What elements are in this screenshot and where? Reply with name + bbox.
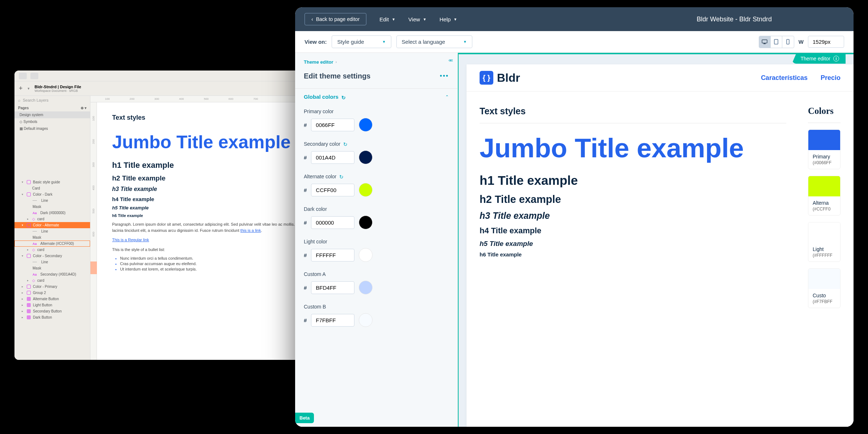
layer-item[interactable]: ▾Color - Alternate bbox=[14, 222, 90, 228]
viewon-label: View on: bbox=[305, 39, 327, 45]
chevron-right-icon: › bbox=[336, 60, 337, 64]
viewport-desktop-button[interactable] bbox=[759, 36, 771, 48]
color-swatch[interactable] bbox=[359, 150, 373, 164]
search-layers[interactable]: ⌕Search Layers bbox=[14, 96, 90, 105]
hash-label: # bbox=[304, 154, 307, 161]
color-swatch[interactable] bbox=[359, 313, 373, 327]
language-dropdown[interactable]: Select a language▼ bbox=[396, 35, 472, 48]
layer-item[interactable]: Mask bbox=[14, 234, 90, 241]
page-item[interactable]: ◇ Symbols bbox=[14, 118, 90, 125]
breadcrumb[interactable]: Theme editor› bbox=[295, 53, 458, 68]
site-logo[interactable]: { } Bldr bbox=[480, 71, 520, 85]
list-item: Cras pulvinar accumsan augue eu eleifend… bbox=[120, 261, 318, 266]
color-hex-input[interactable] bbox=[311, 314, 354, 327]
preview-colors-title: Colors bbox=[808, 106, 841, 116]
layer-item[interactable]: ▾Color - Secondary bbox=[14, 253, 90, 259]
website-preview: { } Bldr CaracterísticasPrecio Text styl… bbox=[467, 64, 854, 427]
layer-item[interactable]: ▸Group 2 bbox=[14, 290, 90, 296]
beta-badge: Beta bbox=[295, 413, 314, 423]
nav-link[interactable]: Precio bbox=[821, 74, 841, 82]
sync-icon bbox=[343, 141, 348, 146]
layer-item[interactable]: ▸Color - Primary bbox=[14, 284, 90, 290]
layer-item[interactable]: ▸◇card bbox=[14, 247, 90, 253]
add-page-icon[interactable]: ⊕ ▾ bbox=[81, 106, 86, 110]
layer-group-basic-style-guide[interactable]: ▾Basic style guide bbox=[14, 179, 90, 185]
color-hex-input[interactable] bbox=[311, 119, 354, 131]
theme-editor-badge: Theme editori bbox=[792, 54, 846, 64]
layer-item[interactable]: ▸Light Button bbox=[14, 302, 90, 308]
color-hex-input[interactable] bbox=[311, 249, 354, 261]
color-hex-input[interactable] bbox=[311, 184, 354, 196]
layer-item[interactable]: Mask bbox=[14, 265, 90, 271]
field-label: Primary color bbox=[304, 109, 449, 114]
menu-help[interactable]: Help ▼ bbox=[439, 16, 457, 22]
preview-main: Text styles Jumbo Title example h1 Title… bbox=[480, 106, 786, 315]
color-card: Custo(#F7FBFF bbox=[808, 268, 841, 308]
layer-item[interactable]: ▸Secondary Button bbox=[14, 308, 90, 314]
nav-link[interactable]: Características bbox=[761, 74, 808, 82]
layer-item[interactable]: AaDark (#000000) bbox=[14, 210, 90, 216]
svg-rect-0 bbox=[762, 40, 767, 43]
width-input[interactable] bbox=[808, 36, 844, 48]
window-controls bbox=[14, 71, 322, 81]
document-subtitle: Workspace Document · sRGB bbox=[34, 89, 81, 93]
sidebar-toggle-icon[interactable] bbox=[19, 73, 27, 79]
more-options-button[interactable]: ••• bbox=[440, 72, 449, 80]
jumbo-title: Jumbo Title example bbox=[112, 132, 318, 152]
hash-label: # bbox=[304, 220, 307, 226]
width-label: W bbox=[799, 39, 804, 45]
inline-link[interactable]: this is a link bbox=[241, 228, 261, 233]
layer-item[interactable]: ▸Dark Button bbox=[14, 314, 90, 320]
list-item: Nunc interdum orci a tellus condimentum. bbox=[120, 256, 318, 260]
viewport-mobile-button[interactable] bbox=[782, 36, 794, 48]
h4-example: h4 Title example bbox=[112, 196, 318, 202]
caret-down-icon: ▼ bbox=[463, 40, 467, 44]
layer-item[interactable]: Line bbox=[14, 259, 90, 265]
layer-item[interactable]: ▸◇card bbox=[14, 216, 90, 222]
field-label: Custom A bbox=[304, 271, 449, 277]
divider bbox=[480, 123, 786, 123]
preview-frame: Theme editori { } Bldr CaracterísticasPr… bbox=[458, 53, 854, 427]
layer-item[interactable]: Line bbox=[14, 197, 90, 204]
chevron-down-icon[interactable]: ▼ bbox=[27, 87, 30, 90]
hash-label: # bbox=[304, 252, 307, 258]
layer-item[interactable]: ▸Alternate Button bbox=[14, 296, 90, 302]
layer-item[interactable]: AaSecondary (#001A4D) bbox=[14, 271, 90, 277]
color-name: Primary bbox=[813, 154, 836, 159]
design-canvas[interactable]: 100200300400500600700 100200300400500600… bbox=[90, 96, 322, 360]
style-guide-dropdown[interactable]: Style guide▼ bbox=[332, 35, 391, 48]
info-icon[interactable]: i bbox=[833, 56, 839, 61]
page-item[interactable]: Design system bbox=[14, 111, 90, 118]
layer-item[interactable]: Mask bbox=[14, 204, 90, 210]
layer-item[interactable]: AaAlternate (#CCFF00) bbox=[14, 241, 90, 247]
layer-item[interactable]: ▾Color - Dark bbox=[14, 191, 90, 197]
design-tool-window: + ▼ Bldr-Stndrd | Design File Workspace … bbox=[14, 71, 322, 360]
color-swatch[interactable] bbox=[359, 248, 373, 262]
global-colors-accordion[interactable]: Global colors ⌃ bbox=[295, 88, 458, 105]
cms-app-bar: ‹Back to page editor Edit ▼View ▼Help ▼ … bbox=[295, 7, 854, 31]
color-swatch[interactable] bbox=[359, 118, 373, 132]
color-swatch[interactable] bbox=[359, 281, 373, 294]
add-page-button[interactable]: + bbox=[19, 85, 23, 92]
collapse-panel-button[interactable]: «« bbox=[448, 57, 452, 63]
color-hex-input[interactable] bbox=[311, 281, 354, 294]
back-to-page-editor-button[interactable]: ‹Back to page editor bbox=[305, 13, 366, 25]
regular-link[interactable]: This is a Regular link bbox=[112, 238, 149, 242]
menu-edit[interactable]: Edit ▼ bbox=[379, 16, 395, 22]
layer-item[interactable]: Card bbox=[14, 185, 90, 191]
color-hex-input[interactable] bbox=[311, 151, 354, 164]
preview-section-title: Text styles bbox=[480, 106, 786, 116]
page-item[interactable]: ▦ Default images bbox=[14, 125, 90, 132]
color-swatch[interactable] bbox=[359, 183, 373, 197]
svg-rect-3 bbox=[787, 39, 789, 44]
layer-item[interactable]: Line bbox=[14, 228, 90, 234]
grid-icon[interactable] bbox=[30, 73, 38, 79]
menu-view[interactable]: View ▼ bbox=[408, 16, 426, 22]
viewport-tablet-button[interactable] bbox=[771, 36, 782, 48]
color-swatch[interactable] bbox=[359, 216, 373, 229]
layer-item[interactable]: ▸◇card bbox=[14, 277, 90, 284]
h1-example: h1 Title example bbox=[112, 161, 318, 170]
pages-header: Pages⊕ ▾ bbox=[14, 105, 90, 111]
color-hex-input[interactable] bbox=[311, 216, 354, 229]
cms-window: ‹Back to page editor Edit ▼View ▼Help ▼ … bbox=[295, 7, 854, 427]
